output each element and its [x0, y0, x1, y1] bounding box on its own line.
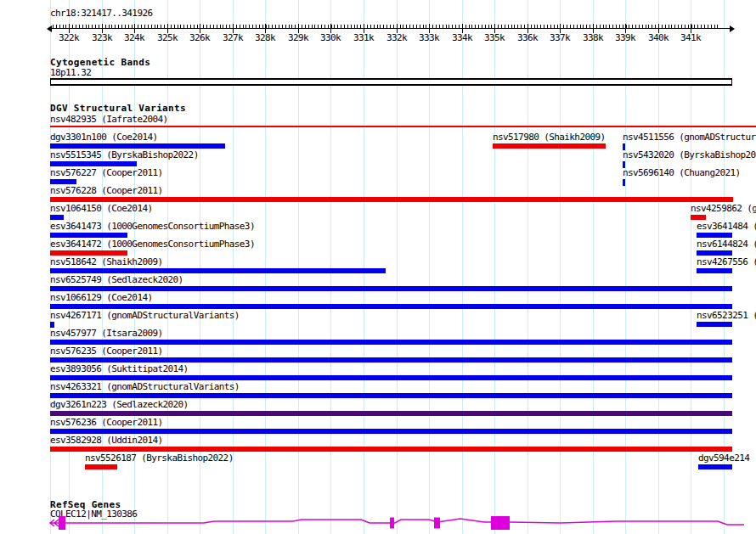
- ruler-minor-tick: [72, 25, 73, 28]
- variant-label[interactable]: nsv5696140 (Chuang2021): [623, 168, 741, 178]
- variant-label[interactable]: nsv4259862 (g: [691, 204, 756, 214]
- variant-label[interactable]: nsv517980 (Shaikh2009): [493, 132, 606, 143]
- variant-label[interactable]: dgv3301n100 (Coe2014): [50, 132, 157, 143]
- variant-bar[interactable]: [50, 143, 225, 149]
- ruler-minor-tick: [285, 25, 286, 28]
- variant-bar[interactable]: [697, 233, 732, 238]
- variant-bar[interactable]: [697, 268, 732, 273]
- variant-label[interactable]: nsv1066129 (Coe2014): [50, 293, 152, 303]
- variant-label[interactable]: nsv5515345 (ByrskaBishop2022): [50, 150, 199, 160]
- gene-exon[interactable]: [434, 518, 440, 529]
- variant-bar[interactable]: [50, 250, 127, 256]
- variant-bar[interactable]: [623, 179, 625, 186]
- variant-bar[interactable]: [50, 375, 732, 380]
- ruler-minor-tick: [669, 25, 669, 28]
- ruler-right-arrow-icon: [730, 25, 735, 32]
- variant-label[interactable]: esv3582928 (Uddin2014): [50, 436, 163, 446]
- variant-bar[interactable]: [50, 286, 732, 291]
- variant-bar[interactable]: [50, 340, 732, 345]
- variant-label[interactable]: nsv6525749 (Sedlazeck2020): [50, 275, 183, 285]
- variant-label[interactable]: nsv6144824 (: [697, 239, 756, 250]
- ruler-minor-tick: [511, 25, 512, 28]
- variant-label[interactable]: dgv594e214 (: [698, 453, 756, 464]
- variant-label[interactable]: nsv1064150 (Coe2014): [50, 204, 152, 214]
- ruler-minor-tick: [478, 25, 479, 28]
- ruler-minor-tick: [514, 25, 515, 28]
- ruler-minor-tick: [544, 25, 544, 28]
- gene-exon[interactable]: [491, 516, 510, 530]
- ruler-minor-tick: [662, 25, 663, 28]
- variant-label[interactable]: nsv482935 (Iafrate2004): [50, 115, 168, 125]
- ruler-minor-tick: [635, 25, 636, 28]
- variant-bar[interactable]: [493, 143, 606, 149]
- ruler-minor-tick: [337, 25, 338, 28]
- ruler-minor-tick: [351, 25, 352, 28]
- variant-label[interactable]: esv3641473 (1000GenomesConsortiumPhase3): [50, 222, 255, 232]
- variant-bar[interactable]: [698, 464, 732, 469]
- variant-bar[interactable]: [50, 233, 127, 238]
- ruler-minor-tick: [314, 25, 315, 28]
- ruler-minor-tick: [380, 25, 381, 28]
- ruler-minor-tick: [217, 25, 217, 28]
- ruler-minor-tick: [354, 25, 355, 28]
- variant-label[interactable]: nsv4511556 (gnomADStructura: [623, 132, 756, 143]
- variant-bar[interactable]: [50, 215, 64, 220]
- variant-bar[interactable]: [50, 268, 386, 273]
- ruler-minor-tick: [321, 25, 322, 28]
- ruler-tick-label: 336k: [517, 33, 538, 43]
- ruler-minor-tick: [341, 25, 341, 28]
- gene-model[interactable]: [0, 513, 756, 533]
- variant-bar[interactable]: [50, 447, 732, 452]
- variant-bar[interactable]: [50, 197, 733, 202]
- variant-bar[interactable]: [697, 322, 732, 327]
- variant-bar[interactable]: [50, 322, 54, 328]
- ruler-minor-tick: [262, 25, 263, 28]
- ruler-minor-tick: [213, 25, 214, 28]
- ruler-tick-label: 327k: [223, 33, 243, 43]
- variant-bar[interactable]: [85, 464, 117, 469]
- ruler-minor-tick: [115, 25, 116, 28]
- ruler-minor-tick: [596, 25, 597, 28]
- variant-label[interactable]: nsv4263321 (gnomADStructuralVariants): [50, 382, 240, 392]
- ruler-minor-tick: [508, 25, 509, 28]
- ruler-minor-tick: [609, 25, 610, 28]
- variant-label[interactable]: nsv6523251 (: [697, 311, 756, 321]
- variant-label[interactable]: nsv576227 (Cooper2011): [50, 168, 163, 178]
- variant-bar[interactable]: [50, 179, 76, 184]
- variant-bar[interactable]: [50, 411, 732, 416]
- ruler-minor-tick: [174, 25, 175, 28]
- ruler-minor-tick: [374, 25, 375, 28]
- variant-label[interactable]: nsv576228 (Cooper2011): [50, 186, 163, 196]
- variant-label[interactable]: esv3893056 (Suktitipat2014): [50, 364, 189, 374]
- variant-label[interactable]: nsv576235 (Cooper2011): [50, 346, 163, 357]
- variant-label[interactable]: nsv5432020 (ByrskaBishop202: [623, 150, 756, 160]
- ruler-minor-tick: [275, 25, 276, 28]
- variant-bar[interactable]: [50, 429, 732, 434]
- cytoband-box[interactable]: [50, 78, 732, 86]
- gene-exon[interactable]: [59, 516, 65, 530]
- variant-bar[interactable]: [50, 161, 137, 166]
- variant-label[interactable]: dgv3261n223 (Sedlazeck2020): [50, 400, 189, 410]
- variant-label[interactable]: nsv4267171 (gnomADStructuralVariants): [50, 311, 240, 321]
- variant-label[interactable]: esv3641472 (1000GenomesConsortiumPhase3): [50, 239, 255, 250]
- variant-label[interactable]: nsv457977 (Itsara2009): [50, 329, 163, 339]
- ruler-minor-tick: [53, 25, 54, 28]
- variant-bar[interactable]: [691, 215, 706, 220]
- ruler-minor-tick: [105, 25, 106, 28]
- variant-label[interactable]: nsv4267556 (: [697, 257, 756, 267]
- variant-bar[interactable]: [50, 357, 732, 363]
- variant-label[interactable]: nsv518642 (Shaikh2009): [50, 257, 163, 267]
- variant-bar[interactable]: [50, 304, 732, 309]
- variant-bar[interactable]: [697, 250, 732, 256]
- ruler-minor-tick: [685, 25, 685, 28]
- variant-label[interactable]: esv3641484 (: [697, 222, 756, 232]
- ruler-minor-tick: [586, 25, 587, 28]
- variant-label[interactable]: nsv5526187 (ByrskaBishop2022): [85, 453, 234, 464]
- gene-intron-line[interactable]: [65, 519, 744, 525]
- gene-exon[interactable]: [390, 518, 394, 529]
- variant-bar[interactable]: [50, 393, 732, 398]
- variant-bar[interactable]: [50, 126, 756, 127]
- ruler-minor-tick: [86, 25, 87, 28]
- region-label: chr18:321417..341926: [50, 8, 152, 19]
- variant-label[interactable]: nsv576236 (Cooper2011): [50, 418, 163, 428]
